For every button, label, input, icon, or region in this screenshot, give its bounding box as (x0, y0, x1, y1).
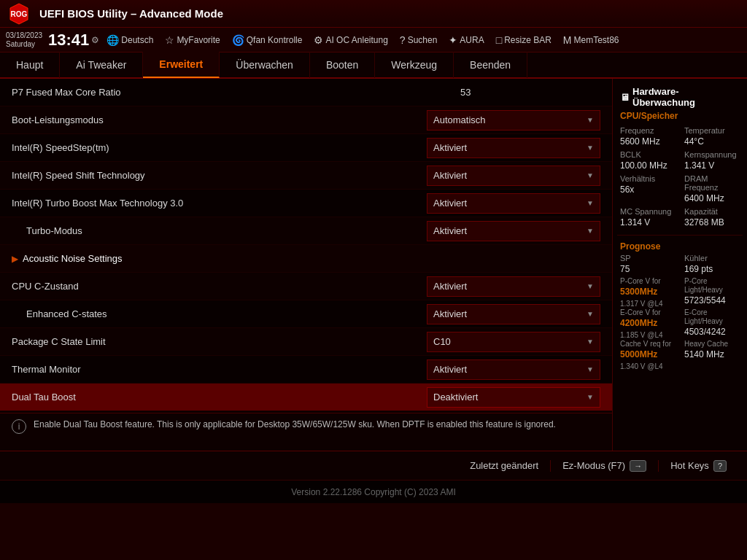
sidebar-bclk-kern: BCLK 100.00 MHz Kernspannung 1.341 V (617, 149, 743, 174)
verh-label: Verhältnis (617, 174, 678, 184)
speedstep-value: Aktiviert (433, 142, 467, 153)
content-area: P7 Fused Max Core Ratio 53 Boot-Leistung… (0, 79, 612, 451)
turbomodus-dropdown[interactable]: Aktiviert ▼ (427, 221, 600, 241)
toolbar-aioc[interactable]: ⚙ AI OC Anleitung (309, 33, 392, 47)
toolbar-resizebar[interactable]: □ Resize BAR (492, 33, 556, 47)
tab-booten[interactable]: Booten (310, 52, 375, 78)
speedstep-label: Intel(R) SpeedStep(tm) (12, 142, 427, 153)
kap-value: 32768 MB (681, 217, 743, 230)
settings-icon[interactable]: ⚙ (91, 35, 99, 45)
enhancedc-arrow: ▼ (587, 310, 594, 318)
setting-row-p7: P7 Fused Max Core Ratio 53 (0, 79, 612, 106)
thermal-dropdown[interactable]: Aktiviert ▼ (427, 359, 600, 380)
enhancedc-dropdown-wrapper: Aktiviert ▼ (427, 304, 600, 324)
ecore-light-label: E-Core Light/Heavy (681, 308, 743, 326)
datetime-display: 03/18/2023 Saturday (6, 31, 42, 49)
turboboost-dropdown[interactable]: Aktiviert ▼ (427, 193, 600, 214)
sidebar: 🖥 Hardware-Überwachung CPU/Speicher Freq… (612, 79, 747, 451)
cpuc-value: Aktiviert (433, 281, 467, 292)
pcore-voltage: 1.317 V @L4 (617, 300, 678, 308)
toolbar-deutsch[interactable]: 🌐 Deutsch (102, 33, 158, 47)
kap-label: Kapazität (681, 206, 743, 217)
kuhler-label: Kühler (681, 253, 743, 263)
pcore-freq: 5300MHz (617, 286, 678, 300)
main-layout: P7 Fused Max Core Ratio 53 Boot-Leistung… (0, 79, 747, 451)
mc-label: MC Spannung (617, 206, 678, 217)
tab-werkzeug[interactable]: Werkzeug (375, 52, 454, 78)
thermal-value: Aktiviert (433, 364, 467, 375)
turboboost-arrow: ▼ (587, 199, 594, 207)
boot-dropdown-arrow: ▼ (587, 116, 594, 124)
resizebar-icon: □ (496, 34, 502, 46)
dualtau-dropdown[interactable]: Deaktiviert ▼ (427, 387, 600, 408)
boot-dropdown-wrapper: Automatisch ▼ (427, 110, 600, 131)
tab-uberwachen[interactable]: Überwachen (220, 52, 310, 78)
kern-value: 1.341 V (681, 160, 743, 174)
heavy-cache-value: 5140 MHz (681, 349, 743, 362)
footer-hot-keys[interactable]: Hot Keys ? (658, 460, 738, 472)
time-area: 13:41 ⚙ (48, 32, 99, 48)
toolbar-suchen[interactable]: ? Suchen (395, 33, 442, 47)
freq-value: 5600 MHz (617, 136, 678, 149)
cpuc-dropdown[interactable]: Aktiviert ▼ (427, 276, 600, 297)
sidebar-cache-right: Heavy Cache 5140 MHz (681, 340, 743, 371)
thermal-dropdown-wrapper: Aktiviert ▼ (427, 359, 600, 380)
speedstep-dropdown-wrapper: Aktiviert ▼ (427, 138, 600, 158)
settings-list: P7 Fused Max Core Ratio 53 Boot-Leistung… (0, 79, 612, 413)
logo-area: ROG UEFI BIOS Utility – Advanced Mode (7, 2, 223, 26)
setting-row-acoustic[interactable]: ▶ Acoustic Noise Settings (0, 245, 612, 273)
toolbar-myfavorite[interactable]: ☆ MyFavorite (160, 33, 224, 47)
sidebar-sp-kuhler: SP 75 Kühler 169 pts (617, 253, 743, 277)
memtest-icon: M (563, 34, 572, 46)
header: ROG UEFI BIOS Utility – Advanced Mode (0, 0, 747, 28)
footer-ez-modus[interactable]: Ez-Modus (F7) → (550, 460, 658, 472)
version-bar: Version 2.22.1286 Copyright (C) 2023 AMI (0, 480, 747, 503)
sidebar-cpu-section: Frequenz 5600 MHz Temperatur 44°C BCLK 1… (617, 125, 743, 230)
cache-voltage: 1.340 V @L4 (617, 362, 678, 371)
cpuc-label: CPU C-Zustand (12, 281, 427, 292)
setting-row-turbomodus: Turbo-Modus Aktiviert ▼ (0, 217, 612, 245)
sidebar-verhaltnis: Verhältnis 56x (617, 174, 678, 206)
nav-tabs: Haupt Ai Tweaker Erweitert Überwachen Bo… (0, 52, 747, 79)
qfan-icon: 🌀 (232, 34, 244, 46)
sidebar-kap: Kapazität 32768 MB (681, 206, 743, 230)
verh-value: 56x (617, 184, 678, 198)
info-text: Enable Dual Tau Boost feature. This is o… (34, 418, 556, 431)
toolbar: 03/18/2023 Saturday 13:41 ⚙ 🌐 Deutsch ☆ … (0, 28, 747, 52)
packagec-dropdown[interactable]: C10 ▼ (427, 332, 600, 352)
hot-keys-question-icon: ? (713, 460, 727, 472)
tab-haupt[interactable]: Haupt (0, 52, 60, 78)
enhancedc-dropdown[interactable]: Aktiviert ▼ (427, 304, 600, 324)
speedshift-dropdown-wrapper: Aktiviert ▼ (427, 166, 600, 186)
cpuc-dropdown-wrapper: Aktiviert ▼ (427, 276, 600, 297)
speedshift-arrow: ▼ (587, 171, 594, 179)
enhancedc-value: Aktiviert (433, 308, 467, 319)
cache-freq: 5000MHz (617, 349, 678, 362)
setting-row-packagec: Package C State Limit C10 ▼ (0, 328, 612, 356)
speedstep-dropdown[interactable]: Aktiviert ▼ (427, 138, 600, 158)
tab-ai-tweaker[interactable]: Ai Tweaker (60, 52, 143, 78)
toolbar-aura[interactable]: ✦ AURA (444, 33, 488, 47)
tab-beenden[interactable]: Beenden (454, 52, 527, 78)
dualtau-value: Deaktiviert (433, 392, 478, 402)
toolbar-qfan[interactable]: 🌀 Qfan Kontrolle (228, 33, 307, 47)
acoustic-arrow-icon: ▶ (12, 254, 18, 264)
pcore-light-label: P-Core Light/Heavy (681, 277, 743, 295)
boot-dropdown[interactable]: Automatisch ▼ (427, 110, 600, 131)
setting-row-dualtau[interactable]: Dual Tau Boost Deaktiviert ▼ (0, 384, 612, 411)
ecore-voltage: 1.185 V @L4 (617, 331, 678, 340)
aioc-icon: ⚙ (314, 34, 323, 46)
toolbar-memtest[interactable]: M MemTest86 (559, 33, 624, 47)
sidebar-cache-row: Cache V req for 5000MHz 1.340 V @L4 Heav… (617, 340, 743, 371)
thermal-arrow: ▼ (587, 365, 594, 373)
acoustic-label: Acoustic Noise Settings (23, 253, 600, 264)
thermal-label: Thermal Monitor (12, 364, 427, 375)
sidebar-kuhler: Kühler 169 pts (681, 253, 743, 277)
speedshift-dropdown[interactable]: Aktiviert ▼ (427, 166, 600, 186)
tab-erweitert[interactable]: Erweitert (143, 52, 220, 78)
temp-label: Temperatur (681, 125, 743, 136)
boot-label: Boot-Leistungsmodus (12, 114, 427, 125)
temp-value: 44°C (681, 136, 743, 149)
turbomodus-label: Turbo-Modus (12, 225, 427, 236)
pcore-light-value: 5723/5544 (681, 295, 743, 308)
